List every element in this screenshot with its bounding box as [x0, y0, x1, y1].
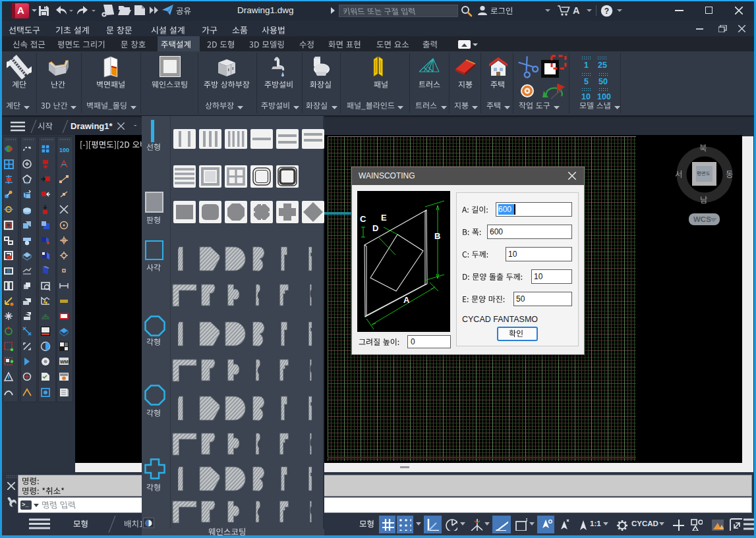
svg-text:100: 100 [59, 147, 69, 153]
svg-text:B: B [434, 231, 440, 241]
svg-text:WMF: WMF [60, 360, 70, 364]
svg-text:?: ? [604, 7, 609, 16]
svg-text:E: E [381, 213, 387, 223]
svg-text:A: A [403, 295, 410, 305]
svg-text:D: D [372, 223, 378, 233]
svg-text:C: C [360, 214, 366, 224]
